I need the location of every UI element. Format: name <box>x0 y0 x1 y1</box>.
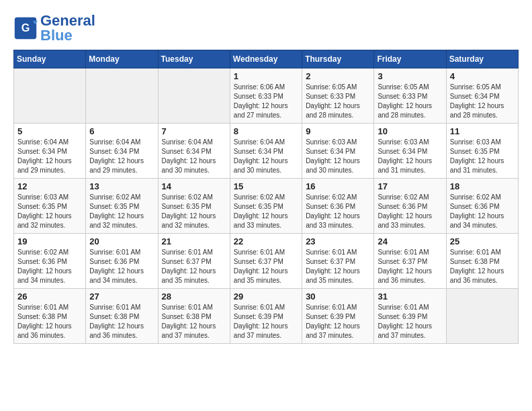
calendar-cell <box>14 68 86 124</box>
calendar-cell: 2Sunrise: 6:05 AM Sunset: 6:33 PM Daylig… <box>302 68 374 124</box>
calendar-cell: 16Sunrise: 6:02 AM Sunset: 6:36 PM Dayli… <box>302 179 374 234</box>
calendar-cell: 13Sunrise: 6:02 AM Sunset: 6:35 PM Dayli… <box>86 179 158 234</box>
weekday-header-friday: Friday <box>374 50 446 68</box>
weekday-header-thursday: Thursday <box>302 50 374 68</box>
calendar-cell: 6Sunrise: 6:04 AM Sunset: 6:34 PM Daylig… <box>86 124 158 179</box>
day-info: Sunrise: 6:02 AM Sunset: 6:36 PM Dayligh… <box>306 193 370 230</box>
day-info: Sunrise: 6:01 AM Sunset: 6:37 PM Dayligh… <box>306 248 370 285</box>
day-number: 14 <box>162 181 226 191</box>
day-info: Sunrise: 6:01 AM Sunset: 6:38 PM Dayligh… <box>450 248 515 285</box>
day-info: Sunrise: 6:04 AM Sunset: 6:34 PM Dayligh… <box>17 138 82 175</box>
day-number: 13 <box>89 181 154 191</box>
day-info: Sunrise: 6:01 AM Sunset: 6:38 PM Dayligh… <box>89 303 154 340</box>
day-number: 7 <box>162 126 226 136</box>
day-number: 31 <box>378 291 442 302</box>
calendar-cell: 24Sunrise: 6:01 AM Sunset: 6:37 PM Dayli… <box>374 234 446 289</box>
calendar-cell: 14Sunrise: 6:02 AM Sunset: 6:35 PM Dayli… <box>158 179 230 234</box>
day-info: Sunrise: 6:02 AM Sunset: 6:35 PM Dayligh… <box>234 193 298 230</box>
day-number: 8 <box>234 126 298 136</box>
calendar-cell: 25Sunrise: 6:01 AM Sunset: 6:38 PM Dayli… <box>446 234 518 289</box>
day-number: 23 <box>306 236 370 246</box>
calendar-cell: 26Sunrise: 6:01 AM Sunset: 6:38 PM Dayli… <box>14 289 86 344</box>
day-number: 12 <box>17 181 82 191</box>
calendar-cell: 4Sunrise: 6:05 AM Sunset: 6:34 PM Daylig… <box>446 68 518 124</box>
day-info: Sunrise: 6:01 AM Sunset: 6:37 PM Dayligh… <box>162 248 226 285</box>
weekday-header-row: SundayMondayTuesdayWednesdayThursdayFrid… <box>14 50 519 68</box>
day-info: Sunrise: 6:03 AM Sunset: 6:34 PM Dayligh… <box>306 138 370 175</box>
calendar-cell: 21Sunrise: 6:01 AM Sunset: 6:37 PM Dayli… <box>158 234 230 289</box>
svg-text:G: G <box>21 21 30 34</box>
day-info: Sunrise: 6:04 AM Sunset: 6:34 PM Dayligh… <box>89 138 154 175</box>
week-row-4: 26Sunrise: 6:01 AM Sunset: 6:38 PM Dayli… <box>14 289 519 344</box>
day-number: 25 <box>450 236 515 246</box>
calendar-cell: 29Sunrise: 6:01 AM Sunset: 6:39 PM Dayli… <box>230 289 302 344</box>
day-info: Sunrise: 6:01 AM Sunset: 6:37 PM Dayligh… <box>378 248 442 285</box>
day-info: Sunrise: 6:02 AM Sunset: 6:36 PM Dayligh… <box>378 193 442 230</box>
day-number: 20 <box>89 236 154 246</box>
calendar-cell <box>86 68 158 124</box>
day-number: 2 <box>306 71 370 81</box>
calendar-cell: 1Sunrise: 6:06 AM Sunset: 6:33 PM Daylig… <box>230 68 302 124</box>
day-number: 27 <box>89 291 154 302</box>
day-info: Sunrise: 6:03 AM Sunset: 6:35 PM Dayligh… <box>17 193 82 230</box>
calendar-cell: 20Sunrise: 6:01 AM Sunset: 6:36 PM Dayli… <box>86 234 158 289</box>
day-info: Sunrise: 6:01 AM Sunset: 6:39 PM Dayligh… <box>234 303 298 340</box>
calendar-cell: 15Sunrise: 6:02 AM Sunset: 6:35 PM Dayli… <box>230 179 302 234</box>
day-info: Sunrise: 6:01 AM Sunset: 6:39 PM Dayligh… <box>378 303 442 340</box>
day-number: 19 <box>17 236 82 246</box>
calendar-cell: 22Sunrise: 6:01 AM Sunset: 6:37 PM Dayli… <box>230 234 302 289</box>
day-number: 17 <box>378 181 442 191</box>
day-number: 22 <box>234 236 298 246</box>
day-number: 3 <box>378 71 442 81</box>
weekday-header-saturday: Saturday <box>446 50 518 68</box>
weekday-header-wednesday: Wednesday <box>230 50 302 68</box>
day-number: 6 <box>89 126 154 136</box>
calendar-cell <box>158 68 230 124</box>
calendar-cell: 23Sunrise: 6:01 AM Sunset: 6:37 PM Dayli… <box>302 234 374 289</box>
week-row-2: 12Sunrise: 6:03 AM Sunset: 6:35 PM Dayli… <box>14 179 519 234</box>
day-number: 26 <box>17 291 82 302</box>
calendar-cell: 31Sunrise: 6:01 AM Sunset: 6:39 PM Dayli… <box>374 289 446 344</box>
logo-icon: G <box>13 16 38 40</box>
day-number: 15 <box>234 181 298 191</box>
day-number: 16 <box>306 181 370 191</box>
day-info: Sunrise: 6:01 AM Sunset: 6:38 PM Dayligh… <box>17 303 82 340</box>
day-info: Sunrise: 6:02 AM Sunset: 6:36 PM Dayligh… <box>17 248 82 285</box>
day-number: 5 <box>17 126 82 136</box>
day-number: 10 <box>378 126 442 136</box>
day-info: Sunrise: 6:03 AM Sunset: 6:34 PM Dayligh… <box>378 138 442 175</box>
day-info: Sunrise: 6:02 AM Sunset: 6:35 PM Dayligh… <box>89 193 154 230</box>
day-number: 11 <box>450 126 515 136</box>
weekday-header-sunday: Sunday <box>14 50 86 68</box>
day-number: 29 <box>234 291 298 302</box>
day-info: Sunrise: 6:01 AM Sunset: 6:36 PM Dayligh… <box>89 248 154 285</box>
day-info: Sunrise: 6:05 AM Sunset: 6:33 PM Dayligh… <box>378 83 442 120</box>
day-info: Sunrise: 6:01 AM Sunset: 6:37 PM Dayligh… <box>234 248 298 285</box>
day-info: Sunrise: 6:04 AM Sunset: 6:34 PM Dayligh… <box>162 138 226 175</box>
day-number: 24 <box>378 236 442 246</box>
day-info: Sunrise: 6:05 AM Sunset: 6:34 PM Dayligh… <box>450 83 515 120</box>
day-number: 28 <box>162 291 226 302</box>
page-header: G GeneralBlue <box>13 13 519 43</box>
day-info: Sunrise: 6:01 AM Sunset: 6:38 PM Dayligh… <box>162 303 226 340</box>
day-number: 21 <box>162 236 226 246</box>
day-info: Sunrise: 6:06 AM Sunset: 6:33 PM Dayligh… <box>234 83 298 120</box>
day-number: 18 <box>450 181 515 191</box>
calendar-cell: 10Sunrise: 6:03 AM Sunset: 6:34 PM Dayli… <box>374 124 446 179</box>
calendar-cell: 8Sunrise: 6:04 AM Sunset: 6:34 PM Daylig… <box>230 124 302 179</box>
day-info: Sunrise: 6:04 AM Sunset: 6:34 PM Dayligh… <box>234 138 298 175</box>
week-row-3: 19Sunrise: 6:02 AM Sunset: 6:36 PM Dayli… <box>14 234 519 289</box>
day-number: 9 <box>306 126 370 136</box>
week-row-0: 1Sunrise: 6:06 AM Sunset: 6:33 PM Daylig… <box>14 68 519 124</box>
calendar-cell: 28Sunrise: 6:01 AM Sunset: 6:38 PM Dayli… <box>158 289 230 344</box>
calendar-cell: 9Sunrise: 6:03 AM Sunset: 6:34 PM Daylig… <box>302 124 374 179</box>
day-number: 30 <box>306 291 370 302</box>
calendar-cell: 17Sunrise: 6:02 AM Sunset: 6:36 PM Dayli… <box>374 179 446 234</box>
logo: G GeneralBlue <box>13 13 95 43</box>
calendar-cell: 11Sunrise: 6:03 AM Sunset: 6:35 PM Dayli… <box>446 124 518 179</box>
calendar-table: SundayMondayTuesdayWednesdayThursdayFrid… <box>13 50 519 344</box>
week-row-1: 5Sunrise: 6:04 AM Sunset: 6:34 PM Daylig… <box>14 124 519 179</box>
calendar-cell: 3Sunrise: 6:05 AM Sunset: 6:33 PM Daylig… <box>374 68 446 124</box>
day-info: Sunrise: 6:01 AM Sunset: 6:39 PM Dayligh… <box>306 303 370 340</box>
calendar-cell: 27Sunrise: 6:01 AM Sunset: 6:38 PM Dayli… <box>86 289 158 344</box>
